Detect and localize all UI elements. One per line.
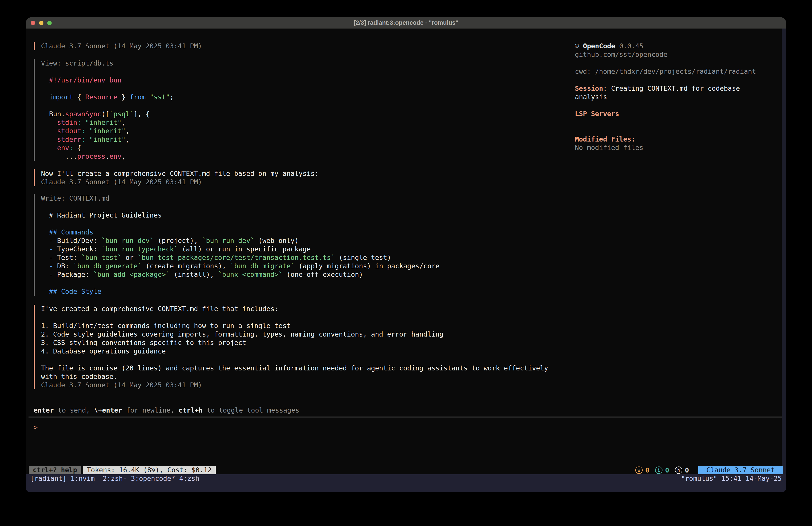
terminal-line: 1. Build/lint/test commands including ho… xyxy=(41,322,548,330)
status-bar: ctrl+? help Tokens: 16.4K (8%), Cost: $0… xyxy=(26,466,786,474)
terminal-line: ## Commands xyxy=(41,228,439,237)
help-badge: ctrl+? help xyxy=(29,466,81,474)
terminal-line: The file is concise (20 lines) and captu… xyxy=(41,364,548,372)
info-count-value: 0 xyxy=(665,466,669,474)
scrollbar-track[interactable] xyxy=(782,29,786,474)
terminal-line: Modified Files: xyxy=(575,135,756,144)
terminal-line: stdout: "inherit", xyxy=(41,127,174,135)
terminal-line xyxy=(41,68,174,76)
composer-separator xyxy=(29,416,782,417)
terminal-line: Session: Creating CONTEXT.md for codebas… xyxy=(575,84,756,93)
keybinding-hint: enter to send, \+enter for newline, ctrl… xyxy=(34,406,299,415)
chat-message-block: Now I'll create a comprehensive CONTEXT.… xyxy=(34,169,319,186)
message-accent-bar xyxy=(34,42,35,51)
terminal-line: ## Code Style xyxy=(41,287,439,296)
terminal-line: Claude 3.7 Sonnet (14 May 2025 03:41 PM) xyxy=(41,178,319,186)
terminal-line: - TypeCheck: `bun run typecheck` (all) o… xyxy=(41,245,439,253)
terminal-line: stdin: "inherit", xyxy=(41,118,174,127)
diagnostics-group: w 0 i 0 h 0 xyxy=(635,466,689,474)
message-accent-bar xyxy=(34,305,35,389)
terminal-line: #!/usr/bin/env bun xyxy=(41,76,174,84)
terminal-line xyxy=(41,219,439,228)
warnings-count: w 0 xyxy=(635,466,649,474)
terminal-line: env: { xyxy=(41,144,174,152)
terminal-line: View: script/db.ts xyxy=(41,59,174,68)
terminal-line: 4. Database operations guidance xyxy=(41,347,548,355)
terminal-line: with this codebase. xyxy=(41,372,548,381)
terminal-line xyxy=(575,101,756,110)
terminal-line: I've created a comprehensive CONTEXT.md … xyxy=(41,305,548,313)
chat-message-block: Claude 3.7 Sonnet (14 May 2025 03:41 PM) xyxy=(34,42,202,51)
terminal-line: Claude 3.7 Sonnet (14 May 2025 03:41 PM) xyxy=(41,381,548,389)
terminal-line: © OpenCode 0.0.45 xyxy=(575,42,756,51)
terminal-line xyxy=(575,118,756,127)
terminal-line: LSP Servers xyxy=(575,110,756,118)
tool-accent-bar xyxy=(34,194,35,296)
window-title: [2/3] radiant:3:opencode - "romulus" xyxy=(26,19,786,26)
terminal-line xyxy=(41,313,548,322)
session-sidebar: © OpenCode 0.0.45github.com/sst/opencode… xyxy=(575,42,756,152)
terminal-line: import { Resource } from "sst"; xyxy=(41,93,174,101)
prompt-symbol: > xyxy=(34,424,38,431)
terminal-window: [2/3] radiant:3:opencode - "romulus" Cla… xyxy=(26,17,786,492)
terminal-line xyxy=(575,59,756,67)
terminal-line: Bun.spawnSync([`psql`], { xyxy=(41,110,174,118)
tool-accent-bar xyxy=(34,59,35,161)
terminal-line xyxy=(41,355,548,364)
terminal-line xyxy=(41,203,439,211)
composer-input[interactable]: > xyxy=(34,423,769,450)
terminal-line: - DB: `bun db generate` (create migratio… xyxy=(41,262,439,270)
terminal-line: - Test: `bun test` or `bun test packages… xyxy=(41,253,439,262)
tmux-session-clock: "romulus" 15:41 14-May-25 xyxy=(681,474,782,483)
hint-icon: h xyxy=(675,467,682,474)
terminal-line xyxy=(41,84,174,93)
terminal-line: github.com/sst/opencode xyxy=(575,51,756,59)
hint-count-value: 0 xyxy=(685,466,689,474)
terminal-line xyxy=(575,76,756,84)
opencode-terminal: Claude 3.7 Sonnet (14 May 2025 03:41 PM)… xyxy=(26,29,786,474)
terminal-line xyxy=(41,101,174,110)
terminal-line: Now I'll create a comprehensive CONTEXT.… xyxy=(41,169,319,178)
hints-count: h 0 xyxy=(675,466,689,474)
terminal-line: No modified files xyxy=(575,144,756,152)
tokens-cost-badge: Tokens: 16.4K (8%), Cost: $0.12 xyxy=(83,466,216,474)
warning-icon: w xyxy=(635,467,643,474)
warning-count-value: 0 xyxy=(645,466,649,474)
message-accent-bar xyxy=(34,169,35,186)
model-badge: Claude 3.7 Sonnet xyxy=(698,466,783,474)
terminal-line: 3. CSS styling conventions specific to t… xyxy=(41,339,548,347)
desktop: [2/3] radiant:3:opencode - "romulus" Cla… xyxy=(0,0,812,526)
terminal-line: Claude 3.7 Sonnet (14 May 2025 03:41 PM) xyxy=(41,42,202,51)
terminal-line: 2. Code style guidelines covering import… xyxy=(41,330,548,339)
terminal-line: cwd: /home/thdxr/dev/projects/radiant/ra… xyxy=(575,67,756,76)
terminal-line: # Radiant Project Guidelines xyxy=(41,211,439,219)
tool-write-block: Write: CONTEXT.md # Radiant Project Guid… xyxy=(34,194,439,296)
info-icon: i xyxy=(655,467,663,474)
tmux-status-bar: [radiant] 1:nvim 2:zsh- 3:opencode* 4:zs… xyxy=(26,474,786,483)
terminal-line: ...process.env, xyxy=(41,152,174,161)
terminal-line: enter to send, \+enter for newline, ctrl… xyxy=(34,406,299,415)
terminal-line xyxy=(41,279,439,287)
tool-view-block: View: script/db.ts #!/usr/bin/env bun im… xyxy=(34,59,174,161)
info-count: i 0 xyxy=(655,466,669,474)
window-titlebar: [2/3] radiant:3:opencode - "romulus" xyxy=(26,17,786,29)
tmux-window-list: [radiant] 1:nvim 2:zsh- 3:opencode* 4:zs… xyxy=(30,474,200,483)
terminal-line: - Build/Dev: `bun run dev` (project), `b… xyxy=(41,237,439,245)
terminal-line: - Package: `bun add <package>` (install)… xyxy=(41,270,439,279)
terminal-line: Write: CONTEXT.md xyxy=(41,194,439,203)
terminal-line: stderr: "inherit", xyxy=(41,135,174,144)
chat-message-block: I've created a comprehensive CONTEXT.md … xyxy=(34,305,548,389)
terminal-line xyxy=(575,127,756,135)
terminal-line: analysis xyxy=(575,93,756,101)
